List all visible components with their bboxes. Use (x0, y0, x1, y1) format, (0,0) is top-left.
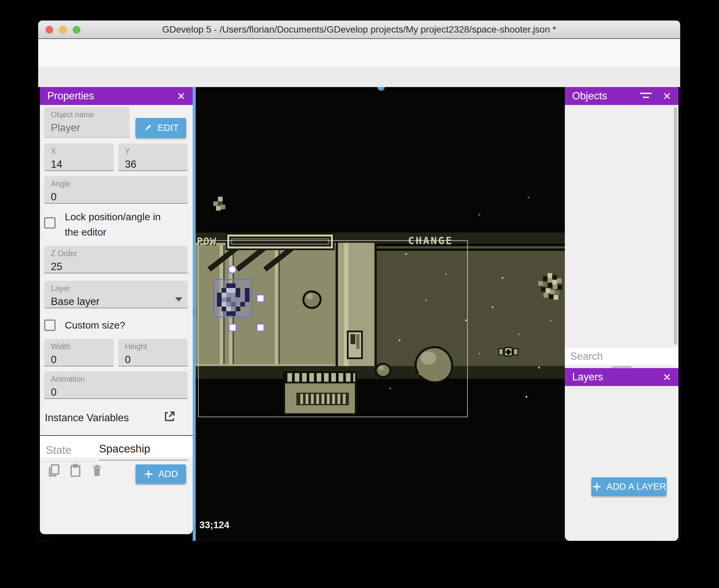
chevron-down-icon (175, 297, 183, 302)
height-field[interactable]: Height 0 (118, 339, 188, 366)
objects-title: Objects (572, 90, 607, 102)
traffic-lights (45, 26, 80, 34)
z-order-value: 25 (51, 261, 181, 273)
z-order-label: Z Order (51, 249, 181, 258)
right-panel: Objects ✕ Layers ✕ (565, 87, 678, 541)
scene-canvas[interactable]: POW CHANGE (193, 87, 565, 541)
rotate-handle[interactable] (228, 265, 237, 274)
pencil-icon (143, 123, 153, 133)
toolbar (38, 39, 680, 67)
star (492, 306, 493, 308)
plus-icon (144, 469, 153, 479)
objects-search-input[interactable] (570, 351, 678, 362)
close-icon[interactable]: ✕ (663, 372, 671, 383)
layer-label: Layer (51, 284, 181, 293)
star (389, 388, 391, 389)
add-variable-button[interactable]: ADD (135, 464, 186, 484)
width-field[interactable]: Width 0 (44, 339, 114, 366)
layers-panel-header: Layers ✕ (565, 368, 678, 386)
tab-bar (38, 67, 680, 87)
animation-field[interactable]: Animation 0 (44, 372, 188, 399)
gdevelop-window: GDevelop 5 - /Users/florian/Documents/GD… (38, 21, 680, 541)
angle-field[interactable]: Angle 0 (44, 176, 188, 204)
properties-panel: Properties ✕ Object name Player EDIT X 1… (40, 87, 193, 534)
window-title: GDevelop 5 - /Users/florian/Documents/GD… (38, 24, 680, 35)
top-pane-resize-handle[interactable] (377, 87, 385, 91)
star (479, 353, 480, 355)
titlebar: GDevelop 5 - /Users/florian/Documents/GD… (38, 21, 680, 39)
properties-title: Properties (47, 90, 94, 102)
animation-value: 0 (51, 386, 181, 398)
asteroid-sprite[interactable] (415, 346, 453, 383)
minimize-window-button[interactable] (59, 26, 67, 34)
objects-list (565, 105, 678, 348)
x-value: 14 (51, 159, 107, 170)
star (502, 277, 503, 279)
asteroid-sprite[interactable] (375, 363, 392, 378)
object-name-field: Object name Player (44, 107, 130, 138)
paste-icon[interactable] (68, 463, 83, 478)
open-in-new-icon[interactable] (163, 410, 176, 423)
z-order-field[interactable]: Z Order 25 (44, 246, 188, 273)
instance-variables-table: State Spaceship (40, 435, 193, 457)
close-window-button[interactable] (45, 26, 53, 34)
x-field[interactable]: X 14 (44, 144, 114, 171)
machine-sprite[interactable] (283, 378, 357, 415)
objects-scrollbar[interactable] (674, 107, 677, 345)
lock-position-checkbox[interactable] (44, 217, 56, 229)
lock-label-line2: the editor (65, 225, 161, 240)
resize-handle-right[interactable] (256, 294, 265, 302)
custom-size-label: Custom size? (65, 318, 125, 333)
star (550, 320, 552, 321)
objects-panel-header: Objects ✕ (565, 87, 678, 105)
y-value: 36 (125, 159, 181, 170)
star (399, 339, 400, 341)
star (419, 373, 420, 375)
player-instance-selection[interactable] (213, 279, 252, 318)
filter-icon[interactable] (640, 92, 652, 100)
angle-value: 0 (51, 191, 181, 203)
layer-value: Base layer (51, 296, 181, 308)
star (465, 320, 467, 321)
cursor-position-indicator: 33;124 (199, 520, 229, 530)
resize-handle-corner[interactable] (256, 323, 265, 332)
resize-handle-bottom[interactable] (229, 323, 237, 332)
layer-select[interactable]: Layer Base layer (44, 281, 188, 308)
variable-name[interactable]: State (46, 444, 96, 462)
close-icon[interactable]: ✕ (663, 90, 671, 102)
custom-size-checkbox[interactable] (44, 320, 56, 331)
star (538, 367, 540, 369)
x-label: X (51, 147, 107, 156)
variable-value[interactable]: Spaceship (99, 442, 188, 460)
lock-label-line1: Lock position/angle in (65, 209, 161, 225)
star (479, 214, 480, 216)
height-value: 0 (125, 354, 181, 366)
copy-icon[interactable] (46, 463, 61, 478)
asteroid-sprite[interactable] (302, 290, 322, 309)
add-layer-button[interactable]: ADD A LAYER (591, 477, 667, 496)
panel-split-drag-handle[interactable] (612, 366, 632, 368)
star (526, 396, 527, 398)
star (445, 273, 447, 275)
angle-label: Angle (51, 180, 181, 188)
trash-icon[interactable] (90, 463, 104, 478)
star (405, 253, 407, 255)
edit-object-button[interactable]: EDIT (135, 118, 186, 138)
properties-panel-header: Properties ✕ (40, 87, 193, 105)
y-field[interactable]: Y 36 (118, 144, 188, 171)
star (518, 334, 520, 335)
height-label: Height (125, 342, 181, 351)
add-button-label: ADD (158, 469, 178, 479)
plus-icon (592, 482, 602, 492)
close-icon[interactable]: ✕ (177, 90, 185, 102)
add-layer-label: ADD A LAYER (606, 481, 666, 492)
layers-title: Layers (572, 371, 603, 383)
instance-variables-title: Instance Variables (45, 412, 129, 424)
width-value: 0 (51, 354, 107, 366)
zoom-window-button[interactable] (73, 26, 80, 34)
star (425, 300, 427, 301)
y-label: Y (125, 147, 181, 156)
screenshot-stage: GDevelop 5 - /Users/florian/Documents/GD… (0, 0, 719, 588)
star (528, 197, 529, 198)
objects-search-bar (565, 348, 678, 365)
